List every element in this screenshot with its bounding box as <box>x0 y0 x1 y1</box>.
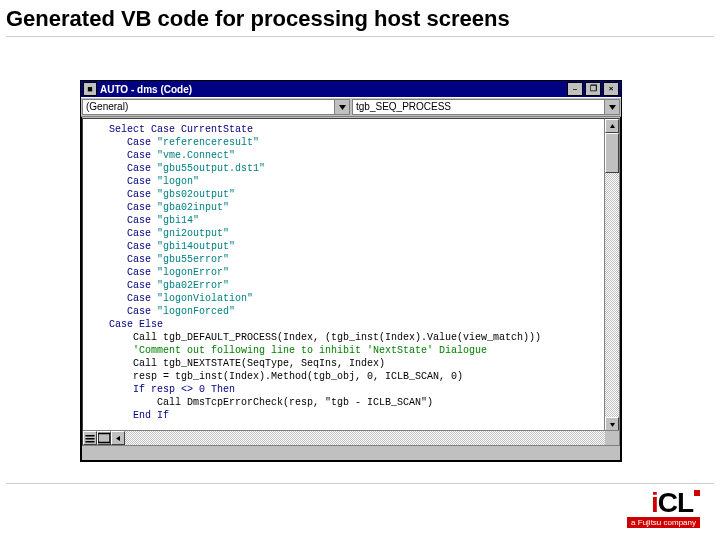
chevron-down-icon[interactable] <box>604 100 619 114</box>
svg-rect-2 <box>86 441 95 443</box>
object-combo[interactable]: (General) <box>82 99 350 115</box>
procedure-combo[interactable]: tgb_SEQ_PROCESS <box>352 99 620 115</box>
code-window: ■ AUTO - dms (Code) – ❐ × (General) tgb_… <box>80 80 622 462</box>
scroll-corner <box>605 431 619 445</box>
system-menu-icon[interactable]: ■ <box>83 82 97 96</box>
page-title: Generated VB code for processing host sc… <box>6 6 510 32</box>
logo-letters-cl: CL <box>658 487 693 519</box>
svg-rect-0 <box>86 435 95 437</box>
horizontal-scrollbar[interactable] <box>83 430 619 445</box>
vertical-scrollbar[interactable] <box>604 119 619 431</box>
procedure-view-button[interactable] <box>83 431 97 445</box>
procedure-combo-value: tgb_SEQ_PROCESS <box>353 100 604 114</box>
horizontal-scroll-track[interactable] <box>125 431 605 445</box>
svg-rect-1 <box>86 438 95 440</box>
footer-rule <box>6 483 714 484</box>
logo-tagline: a Fujitsu company <box>627 517 700 528</box>
chevron-down-icon[interactable] <box>334 100 349 114</box>
code-navigator: (General) tgb_SEQ_PROCESS <box>81 97 621 117</box>
minimize-button[interactable]: – <box>567 82 583 96</box>
window-caption: AUTO - dms (Code) <box>100 84 565 95</box>
vertical-scroll-track[interactable] <box>605 133 619 417</box>
close-button[interactable]: × <box>603 82 619 96</box>
svg-rect-3 <box>98 434 110 443</box>
title-rule <box>6 36 714 37</box>
code-content[interactable]: Select Case CurrentState Case "reference… <box>83 119 619 446</box>
logo-letter-i: i <box>651 487 658 519</box>
scroll-down-button[interactable] <box>605 417 619 431</box>
object-combo-value: (General) <box>83 100 334 114</box>
scroll-left-button[interactable] <box>111 431 125 445</box>
restore-button[interactable]: ❐ <box>585 82 601 96</box>
code-editor[interactable]: Select Case CurrentState Case "reference… <box>82 118 620 446</box>
scroll-up-button[interactable] <box>605 119 619 133</box>
icl-logo: iCL a Fujitsu company <box>627 487 700 528</box>
vertical-scroll-thumb[interactable] <box>605 133 619 173</box>
logo-dot-icon <box>694 490 700 496</box>
full-module-view-button[interactable] <box>97 431 111 445</box>
window-titlebar[interactable]: ■ AUTO - dms (Code) – ❐ × <box>81 81 621 97</box>
